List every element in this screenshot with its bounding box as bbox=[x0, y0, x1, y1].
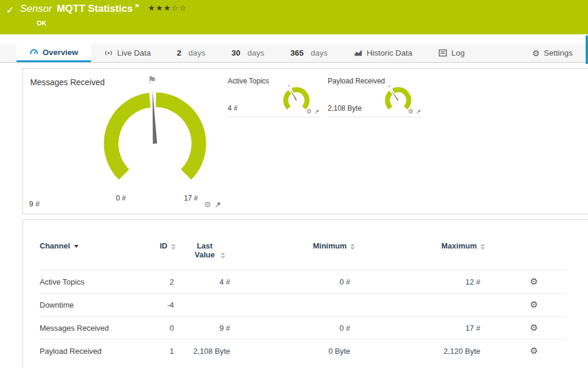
channel-last bbox=[176, 293, 242, 317]
tab-bar: Overview Live Data 2days 30days 365days … bbox=[0, 44, 588, 63]
primary-gauge-actions: ⚙ bbox=[204, 200, 221, 209]
tab-unit: days bbox=[247, 49, 264, 57]
tab-2-days[interactable]: 2days bbox=[164, 44, 218, 62]
priority-stars[interactable]: ★★★☆☆ bbox=[148, 4, 187, 12]
gear-icon[interactable]: ⚙ bbox=[306, 108, 312, 115]
primary-channel-value: 9 # bbox=[29, 199, 40, 208]
table-row: Active Topics 2 4 # 0 # 12 # ⚙ bbox=[40, 270, 566, 293]
channel-min: 0 # bbox=[242, 270, 355, 293]
table-row: Payload Received 1 2,108 Byte 0 Byte 2,1… bbox=[40, 340, 566, 363]
sensor-header: ✓ SensorMQTT Statistics⚑★★★☆☆ OK bbox=[0, 0, 588, 34]
tab-overview[interactable]: Overview bbox=[17, 44, 91, 62]
mini-channel-payload-received: Payload Received ⚑ 2,108 Byte ⚙ bbox=[328, 77, 421, 117]
mini-channel-active-topics: Active Topics ⚑ 4 # ⚙ bbox=[228, 77, 319, 117]
pin-icon[interactable] bbox=[215, 201, 221, 208]
priority-flag-icon[interactable]: ⚑ bbox=[134, 3, 140, 9]
sort-icon bbox=[171, 244, 176, 250]
page-title: MQTT Statistics bbox=[57, 3, 133, 14]
channel-min bbox=[242, 293, 355, 317]
table-row: Downtime -4 ⚙ bbox=[40, 293, 566, 317]
gauge-scale-max: 17 # bbox=[184, 194, 198, 202]
object-type-label: Sensor bbox=[20, 3, 52, 14]
channel-settings-button[interactable]: ⚙ bbox=[530, 323, 538, 332]
broadcast-icon bbox=[104, 49, 113, 57]
status-check-icon: ✓ bbox=[6, 4, 14, 17]
channel-last: 2,108 Byte bbox=[176, 340, 242, 363]
mini-channel-value: 4 # bbox=[228, 104, 238, 112]
channel-settings-button[interactable]: ⚙ bbox=[530, 300, 538, 309]
mini-gauge-actions: ⚙ bbox=[408, 108, 421, 115]
channel-id: -4 bbox=[134, 293, 176, 317]
tab-label: Settings bbox=[544, 49, 573, 57]
gauges-panel: Messages Received ⚑ 0 # 17 # 9 # ⚙ Activ… bbox=[22, 68, 588, 214]
tab-settings[interactable]: ⚙ Settings bbox=[519, 44, 586, 62]
tab-unit: days bbox=[189, 49, 206, 57]
header-id[interactable]: ID bbox=[134, 241, 176, 270]
mini-channel-title: Active Topics bbox=[228, 77, 269, 85]
title-row: SensorMQTT Statistics⚑★★★☆☆ bbox=[20, 3, 187, 15]
sort-icon bbox=[350, 244, 355, 250]
table-row: Messages Received 0 9 # 0 # 17 # ⚙ bbox=[40, 317, 566, 340]
pin-icon[interactable] bbox=[314, 109, 319, 115]
tab-label: Overview bbox=[43, 48, 78, 57]
header-actions bbox=[485, 241, 566, 270]
tab-30-days[interactable]: 30days bbox=[218, 44, 277, 62]
tab-live-data[interactable]: Live Data bbox=[91, 44, 164, 62]
channel-name: Active Topics bbox=[40, 270, 134, 293]
table-header-row: Channel ID Last Value Minimum Maximum bbox=[40, 241, 566, 270]
status-badge: OK bbox=[37, 20, 47, 27]
header-last-value[interactable]: Last Value bbox=[176, 241, 242, 270]
channel-max bbox=[355, 293, 485, 317]
tab-value: 30 bbox=[231, 49, 240, 57]
tab-unit: days bbox=[311, 49, 328, 57]
channel-max: 17 # bbox=[355, 317, 485, 340]
log-list-icon bbox=[438, 49, 447, 57]
channel-last: 9 # bbox=[176, 317, 242, 340]
mini-channel-title: Payload Received bbox=[328, 77, 385, 85]
channel-max: 2,120 Byte bbox=[355, 340, 485, 363]
sort-caret-icon bbox=[74, 245, 79, 248]
channels-panel: Channel ID Last Value Minimum Maximum bbox=[22, 219, 588, 368]
svg-text:⚑: ⚑ bbox=[287, 85, 290, 88]
header-channel[interactable]: Channel bbox=[40, 241, 134, 270]
channel-min: 0 Byte bbox=[242, 340, 355, 363]
tab-value: 2 bbox=[177, 49, 182, 57]
sort-icon bbox=[221, 253, 225, 259]
area-chart-icon bbox=[354, 49, 363, 57]
channels-table: Channel ID Last Value Minimum Maximum bbox=[40, 241, 566, 362]
channel-last: 4 # bbox=[176, 270, 242, 293]
channel-settings-button[interactable]: ⚙ bbox=[530, 346, 538, 355]
channel-min: 0 # bbox=[242, 317, 355, 340]
mini-channel-value: 2,108 Byte bbox=[328, 104, 361, 112]
scroll-edge-strip bbox=[586, 35, 588, 64]
gauge-scale-min: 0 # bbox=[116, 194, 126, 202]
tab-365-days[interactable]: 365days bbox=[277, 44, 341, 62]
header-minimum[interactable]: Minimum bbox=[242, 241, 355, 270]
svg-text:⚑: ⚑ bbox=[388, 85, 390, 88]
tab-label: Historic Data bbox=[367, 49, 412, 57]
gear-icon: ⚙ bbox=[532, 49, 540, 58]
channel-max: 12 # bbox=[355, 270, 485, 293]
pin-icon[interactable] bbox=[416, 109, 421, 115]
channel-id: 2 bbox=[134, 270, 176, 293]
tab-value: 365 bbox=[290, 49, 304, 57]
gauge-icon bbox=[30, 48, 38, 57]
mini-gauge-actions: ⚙ bbox=[306, 108, 319, 115]
gear-icon[interactable]: ⚙ bbox=[408, 108, 413, 115]
header-maximum[interactable]: Maximum bbox=[355, 241, 485, 270]
channel-settings-button[interactable]: ⚙ bbox=[530, 277, 538, 286]
channel-id: 1 bbox=[134, 340, 176, 363]
channel-name: Downtime bbox=[40, 293, 134, 317]
messages-received-gauge: ⚑ bbox=[99, 84, 211, 196]
channel-id: 0 bbox=[134, 317, 176, 340]
gear-icon[interactable]: ⚙ bbox=[204, 200, 211, 209]
sort-icon bbox=[480, 244, 485, 250]
svg-text:⚑: ⚑ bbox=[148, 75, 157, 86]
tab-label: Live Data bbox=[117, 49, 151, 57]
channel-name: Payload Received bbox=[40, 340, 134, 363]
tab-historic-data[interactable]: Historic Data bbox=[341, 44, 425, 62]
tab-log[interactable]: Log bbox=[425, 44, 478, 62]
channel-name: Messages Received bbox=[40, 317, 134, 340]
primary-channel-title: Messages Received bbox=[30, 78, 105, 87]
tab-label: Log bbox=[451, 49, 465, 57]
